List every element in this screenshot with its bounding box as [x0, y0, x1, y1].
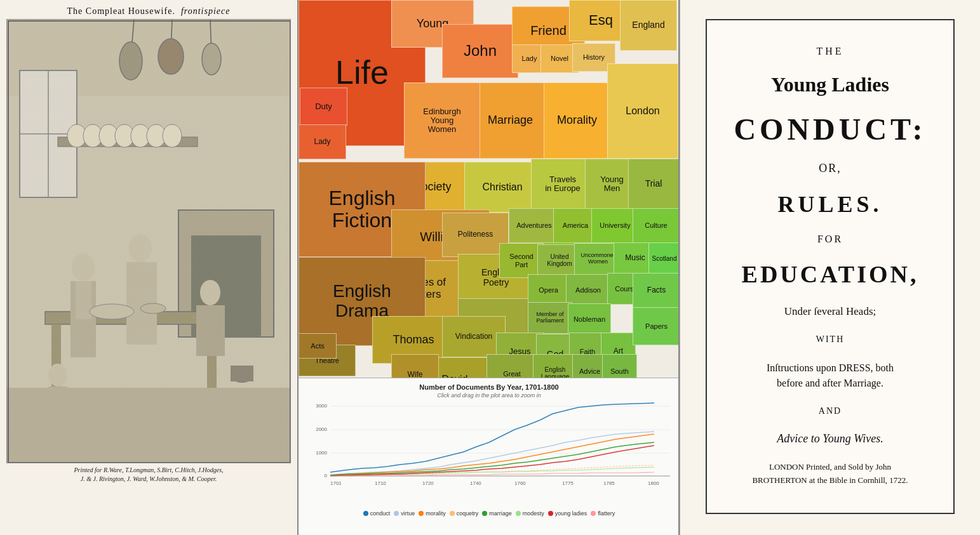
caption-line1: Printed for R.Ware, T.Longman, S.Birt, C… — [74, 466, 223, 473]
legend-item: young ladies — [548, 510, 587, 517]
treemap-cell[interactable]: Trial — [628, 159, 679, 209]
treemap-cell[interactable]: Opera — [528, 274, 569, 306]
chart-area: Number of Documents By Year, 1701-1800 C… — [299, 378, 680, 535]
svg-text:1785: 1785 — [603, 480, 615, 486]
legend-item: flattery — [591, 510, 615, 517]
svg-rect-39 — [7, 20, 291, 463]
engraving-svg — [7, 20, 291, 463]
treemap-cell[interactable]: Lady — [299, 124, 346, 159]
chart-subtitle: Click and drag in the plot area to zoom … — [305, 392, 673, 399]
housewife-subtitle: frontispiece — [181, 6, 231, 16]
treemap-cell[interactable]: Culture — [633, 208, 680, 243]
treemap-cell[interactable]: Papers — [633, 307, 680, 345]
chart-title: Number of Documents By Year, 1701-1800 — [305, 383, 673, 391]
chart-legend: conductvirtuemoralitycoquetrymarriagemod… — [305, 510, 673, 517]
legend-item: coquetry — [450, 510, 479, 517]
book-colophon: LONDON Printed, and Sold by John BROTHER… — [752, 461, 908, 487]
treemap-cell[interactable]: Facts — [633, 273, 680, 308]
legend-item: morality — [419, 510, 446, 517]
treemap-cell[interactable]: Adventures — [509, 208, 560, 243]
svg-text:1000: 1000 — [316, 450, 327, 456]
treemap-cell[interactable]: Member of Parliament — [528, 302, 572, 334]
legend-item: conduct — [363, 510, 391, 517]
treemap-cell[interactable]: Addison — [566, 274, 610, 306]
svg-text:3000: 3000 — [316, 403, 327, 409]
caption-line2: J. & J. Rivington, J. Ward, W.Johnston, … — [81, 475, 217, 482]
book-main-title: Young Ladies — [771, 73, 889, 96]
book-conduct-label: CONDUCT: — [734, 112, 926, 147]
book-or-label: OR, — [819, 162, 842, 175]
treemap-cell[interactable]: Morality — [544, 83, 610, 159]
legend-item: virtue — [394, 510, 415, 517]
treemap-cell[interactable]: Marriage — [474, 83, 547, 159]
chart-svg-area: 3000 2000 1000 0 1701 1710 1720 1740 176… — [305, 401, 673, 509]
treemap-cell[interactable]: University — [591, 208, 639, 243]
book-and-label: AND — [819, 406, 842, 416]
book-instructions-label: Inſtructions upon DRESS, both before and… — [767, 360, 894, 391]
treemap-cell[interactable]: Scotland — [648, 242, 680, 274]
svg-text:2000: 2000 — [316, 426, 327, 432]
book-education-label: EDUCATION, — [742, 260, 919, 288]
line-chart-svg: 3000 2000 1000 0 1701 1710 1720 1740 176… — [305, 401, 673, 509]
book-the-label: THE — [816, 46, 843, 57]
left-panel: The Compleat Housewife. frontispiece — [0, 0, 299, 535]
engraving-image — [6, 19, 291, 463]
treemap-cell[interactable]: England — [620, 0, 677, 51]
svg-text:1701: 1701 — [330, 480, 342, 486]
book-title-page: THE Young Ladies CONDUCT: OR, RULES. FOR… — [706, 19, 955, 514]
treemap-area[interactable]: LifeYoungJohnFriendEsqEnglandLadyNovelHi… — [299, 0, 680, 378]
svg-text:1740: 1740 — [470, 480, 481, 486]
treemap-cell[interactable]: Wife — [391, 354, 439, 378]
svg-text:1760: 1760 — [514, 480, 526, 486]
center-panel: LifeYoungJohnFriendEsqEnglandLadyNovelHi… — [299, 0, 680, 535]
book-advice-label: Advice to Young Wives. — [777, 432, 883, 446]
treemap-cell[interactable]: English Language — [533, 354, 577, 378]
treemap-cell[interactable]: South — [602, 354, 637, 378]
book-under-label: Under ſeveral Heads; — [784, 304, 876, 319]
housewife-title: The Compleat Housewife. — [67, 6, 175, 16]
treemap-cell[interactable]: Acts — [299, 333, 337, 359]
treemap-cell[interactable]: Nobleman — [568, 303, 611, 335]
legend-item: marriage — [482, 510, 512, 517]
treemap-cell[interactable]: London — [607, 63, 678, 159]
caption-area: Printed for R.Ware, T.Longman, S.Birt, C… — [74, 466, 223, 484]
book-for-label: FOR — [817, 234, 843, 245]
svg-text:0: 0 — [325, 473, 328, 479]
legend-item: modesty — [516, 510, 544, 517]
svg-text:1710: 1710 — [375, 480, 386, 486]
treemap-cell[interactable]: Great Britain — [487, 354, 537, 378]
book-with-label: WITH — [816, 334, 845, 345]
treemap-cell[interactable]: Christian — [464, 162, 540, 213]
svg-text:1800: 1800 — [648, 480, 659, 486]
left-panel-title: The Compleat Housewife. frontispiece — [67, 6, 231, 17]
treemap-cell[interactable]: Duty — [300, 88, 347, 126]
svg-text:1775: 1775 — [562, 480, 574, 486]
right-panel: THE Young Ladies CONDUCT: OR, RULES. FOR… — [680, 0, 980, 535]
treemap-cell[interactable]: John — [442, 24, 518, 78]
treemap-container: LifeYoungJohnFriendEsqEnglandLadyNovelHi… — [299, 0, 680, 378]
svg-text:1720: 1720 — [422, 480, 434, 486]
book-rules-label: RULES. — [777, 191, 882, 218]
treemap-cell[interactable]: Edinburgh Young Women — [404, 83, 480, 159]
